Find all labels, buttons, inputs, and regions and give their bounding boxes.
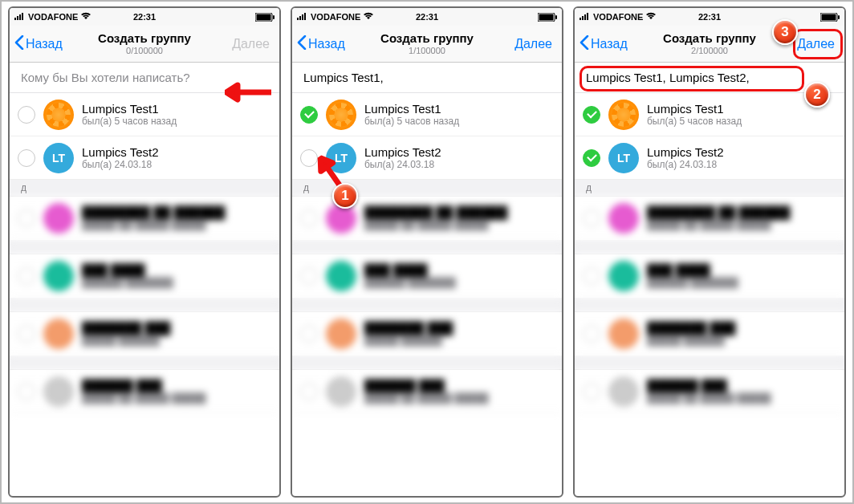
carrier-label: VODAFONE [28,12,78,22]
section-header-d: д [10,180,279,197]
section-header-d: д [575,180,844,197]
svg-rect-3 [22,13,23,20]
contact-row[interactable]: LT Lumpics Test2 был(а) 24.03.18 [10,136,279,180]
carrier-label: VODAFONE [593,12,643,22]
contact-name: Lumpics Test1 [647,102,742,116]
svg-rect-16 [584,14,586,20]
svg-rect-7 [297,18,299,20]
nav-title: Создать группу [380,32,474,46]
members-counter: 1/100000 [380,46,474,55]
next-button[interactable]: Далее [227,34,274,55]
contact-status: был(а) 5 часов назад [647,116,742,127]
svg-rect-0 [14,18,16,20]
phone-screen-2: VODAFONE 22:31 Назад Создать группу 1/10… [291,6,563,498]
contact-row-blurred[interactable]: ███ ██████████ ███████ [10,254,279,298]
contacts-list[interactable]: Lumpics Test1 был(а) 5 часов назад LT Lu… [575,93,844,496]
avatar [326,100,356,130]
contact-status: был(а) 24.03.18 [82,159,159,170]
svg-rect-20 [838,15,840,19]
status-bar: VODAFONE 22:31 [10,8,279,26]
avatar [43,100,74,130]
phone-screen-3: VODAFONE 22:31 Назад Создать группу 2/10… [573,6,846,498]
contact-row[interactable]: Lumpics Test1 был(а) 5 часов назад [575,93,844,136]
svg-rect-12 [539,14,554,20]
back-button[interactable]: Назад [14,35,63,53]
back-button[interactable]: Назад [580,35,628,53]
svg-rect-6 [273,15,274,19]
annotation-callout-2: 2 [804,82,830,108]
contact-row[interactable]: LT Lumpics Test2 был(а) 24.03.18 [575,136,844,180]
annotation-arrow [225,82,273,103]
members-counter: 2/100000 [663,46,756,55]
svg-rect-19 [822,14,836,20]
chevron-left-icon [297,35,307,53]
contacts-list[interactable]: Lumpics Test1 был(а) 5 часов назад LT Lu… [10,93,279,496]
svg-rect-13 [555,15,557,19]
contact-name: Lumpics Test2 [82,145,159,159]
contact-row-blurred[interactable]: ██████ ████████ ██ █████ █████ [10,370,279,413]
statusbar-time: 22:31 [698,12,721,22]
search-input[interactable]: Lumpics Test1, Lumpics Test2, [575,63,844,93]
battery-icon [538,13,557,22]
wifi-icon [80,12,92,22]
annotation-callout-1: 1 [332,183,358,209]
search-input[interactable]: Lumpics Test1, [292,63,562,93]
contact-name: Lumpics Test1 [364,102,459,116]
back-label: Назад [591,37,628,51]
back-label: Назад [308,37,345,51]
contact-status: был(а) 5 часов назад [364,116,459,127]
annotation-callout-3: 3 [772,19,798,45]
signal-icon [14,12,26,22]
wifi-icon [363,12,374,22]
status-bar: VODAFONE 22:31 [292,8,562,26]
nav-title: Создать группу [98,32,191,46]
checkbox[interactable] [18,149,35,167]
checkbox-checked[interactable] [583,106,600,124]
svg-rect-17 [587,13,588,20]
back-button[interactable]: Назад [297,35,345,53]
svg-rect-14 [580,18,581,20]
contact-row[interactable]: Lumpics Test1 был(а) 5 часов назад [292,93,562,136]
contact-row-blurred[interactable]: ████████ ██ ███████████ ██ █████ █████ [10,197,279,240]
checkbox[interactable] [18,106,35,124]
nav-bar: Назад Создать группу 2/100000 Далее [575,26,844,63]
checkbox-checked[interactable] [583,149,600,167]
carrier-label: VODAFONE [311,12,360,22]
svg-rect-9 [302,14,303,20]
nav-bar: Назад Создать группу 1/100000 Далее [292,26,562,63]
avatar [608,100,639,130]
contact-name: Lumpics Test1 [82,102,177,116]
signal-icon [580,12,591,22]
wifi-icon [645,12,657,22]
checkbox-checked[interactable] [300,106,318,124]
back-label: Назад [26,37,63,51]
svg-rect-8 [299,16,301,20]
contact-status: был(а) 24.03.18 [647,159,724,170]
battery-icon [255,13,274,22]
signal-icon [297,12,308,22]
status-bar: VODAFONE 22:31 [575,8,844,26]
chevron-left-icon [14,35,24,53]
avatar: LT [43,143,74,173]
avatar: LT [608,143,639,173]
svg-rect-15 [582,16,584,20]
svg-rect-10 [304,13,306,20]
contact-name: Lumpics Test2 [647,145,724,159]
contact-status: был(а) 24.03.18 [364,159,441,170]
contact-status: был(а) 5 часов назад [82,116,177,127]
statusbar-time: 22:31 [133,12,156,22]
svg-rect-1 [17,16,18,20]
members-counter: 0/100000 [98,46,191,55]
chevron-left-icon [580,35,589,53]
svg-rect-2 [19,14,21,20]
contact-name: Lumpics Test2 [364,145,441,159]
contacts-list[interactable]: Lumpics Test1 был(а) 5 часов назад LT Lu… [292,93,562,496]
next-button[interactable]: Далее [510,34,557,55]
nav-bar: Назад Создать группу 0/100000 Далее [10,26,279,63]
phones-container: VODAFONE 22:31 Назад Создать группу 0/10… [2,2,852,502]
nav-title: Создать группу [663,32,756,46]
phone-screen-1: VODAFONE 22:31 Назад Создать группу 0/10… [8,6,281,498]
contact-row-blurred[interactable]: ███████ ████████ ██████ [10,312,279,356]
statusbar-time: 22:31 [416,12,438,22]
next-button[interactable]: Далее [792,34,840,55]
